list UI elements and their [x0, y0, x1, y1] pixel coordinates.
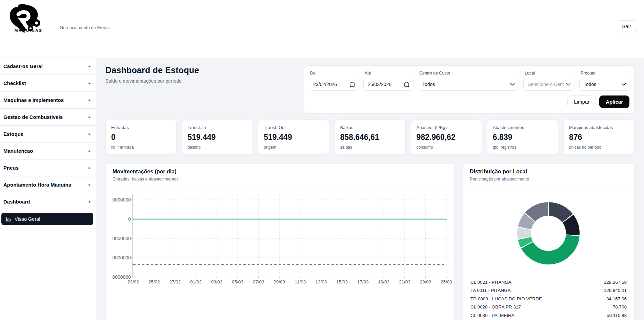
svg-text:23/03: 23/03 [420, 279, 431, 284]
sidebar-item-checklist[interactable]: Checklist ▸ [0, 75, 96, 92]
donut-segment [527, 236, 572, 258]
logout-button[interactable]: Sair [616, 20, 637, 32]
svg-text:17/03: 17/03 [357, 279, 369, 284]
donut-segment [568, 219, 573, 235]
bar-chart-icon [6, 216, 11, 221]
distribution-legend: CL 0021 - PITANGA 128.267,58 TA 0011 - P… [463, 277, 634, 320]
movements-chart-title: Movimentações (por dia) [113, 169, 447, 175]
date-from-value: 23/02/2026 [313, 82, 337, 87]
chevron-right-icon: ▸ [88, 149, 90, 153]
svg-text:27/02: 27/02 [169, 279, 181, 284]
chevron-right-icon: ▸ [88, 98, 90, 102]
svg-text:23/02: 23/02 [127, 279, 139, 284]
chevron-right-icon: ▸ [88, 115, 90, 119]
sidebar-item-visao-geral[interactable]: Visao Geral [1, 213, 93, 225]
legend-label: CL 0020 - OBRA PR 317 [470, 304, 521, 310]
stat-sublabel: destino [187, 145, 247, 150]
legend-item: TA 0011 - PITANGA 126.840,01 [470, 286, 627, 295]
date-to-input[interactable]: 25/03/2026 [363, 78, 414, 91]
distribution-chart-title: Distribuição por Local [470, 169, 627, 175]
svg-text:01/03: 01/03 [190, 279, 202, 284]
sidebar-item-pneus[interactable]: Pneus ▸ [0, 159, 96, 176]
chevron-down-icon [510, 83, 515, 86]
sidebar-item-maquinas-e-implementos[interactable]: Maquinas e Implementos ▸ [0, 92, 96, 109]
legend-item: CL 0030 - PALMEIRA 59.110,88 [470, 311, 627, 320]
date-from-input[interactable]: 23/02/2026 [309, 78, 359, 91]
product-value: Todos [584, 82, 596, 87]
cost-center-value: Todos [422, 82, 435, 87]
sidebar-item-label: Checklist [3, 80, 26, 86]
chevron-right-icon: ▸ [88, 183, 90, 187]
page-subtitle: Saldo e movimentações por período [105, 78, 199, 84]
chevron-right-icon: ▸ [88, 81, 90, 85]
sidebar-item-gestao-de-combustiveis[interactable]: Gestao de Combustiveis ▸ [0, 109, 96, 126]
stat-sublabel: qtd. registros [493, 145, 552, 150]
local-field: Local Selecione o Cent [523, 70, 575, 91]
stat-value: 876 [569, 133, 629, 142]
donut-segment [525, 218, 530, 228]
sidebar-item-label: Gestao de Combustiveis [3, 114, 63, 120]
stat-label: Entradas [111, 125, 171, 130]
sidebar-item-label: Maquinas e Implementos [3, 97, 64, 103]
legend-value: 59.110,88 [607, 313, 627, 318]
svg-text:-30000000: -30000000 [108, 274, 131, 280]
date-to-label: Até [365, 71, 414, 76]
cost-center-label: Centro de Custo [419, 71, 519, 76]
chevron-down-icon: ▾ [88, 199, 90, 204]
apply-button[interactable]: Aplicar [599, 95, 629, 108]
stat-sublabel: consumo [417, 145, 476, 150]
sidebar-item-manutencao[interactable]: Manutencao ▸ [0, 143, 96, 159]
page-header: Dashboard de Estoque Saldo e movimentaçõ… [105, 65, 199, 84]
local-placeholder: Selecione o Cent [528, 82, 564, 87]
stat-label: Máquinas abastecidas [569, 125, 629, 130]
movements-chart-card: Movimentações (por dia) Entradas, baixas… [105, 164, 455, 320]
stat-card: Transf. In 519.449 destino [182, 120, 253, 155]
cost-center-select[interactable]: Todos [418, 78, 519, 91]
legend-label: TD 0009 - LUCAS DO RIO VERDE [470, 296, 542, 301]
date-to-value: 25/03/2026 [368, 82, 391, 87]
svg-text:03/03: 03/03 [211, 279, 223, 284]
date-to-field: Até 25/03/2026 [363, 70, 414, 91]
svg-text:MAQUINAS: MAQUINAS [15, 28, 43, 33]
sidebar-item-cadastros-geral[interactable]: Cadastros Geral ▸ [0, 58, 96, 75]
sidebar-item-dashboard[interactable]: Dashboard ▾ [0, 193, 96, 210]
filter-panel: De 23/02/2026 Até [304, 65, 635, 113]
distribution-chart-card: Distribuição por Local Participação por … [463, 164, 635, 320]
sidebar-item-label: Visao Geral [15, 216, 40, 222]
calendar-icon[interactable] [404, 82, 409, 87]
donut-segment [530, 209, 548, 217]
svg-text:21/03: 21/03 [399, 279, 410, 284]
legend-value: 84.167,06 [606, 296, 627, 301]
local-select[interactable]: Selecione o Cent [523, 78, 575, 91]
legend-item: TD 0009 - LUCAS DO RIO VERDE 84.167,06 [470, 295, 627, 303]
stat-label: Transf. Out [264, 125, 323, 130]
sidebar-item-label: Cadastros Geral [3, 63, 43, 69]
calendar-icon[interactable] [350, 82, 355, 87]
stat-sublabel: origem [264, 145, 323, 150]
sidebar-item-estoque[interactable]: Estoque ▸ [0, 126, 96, 143]
stat-value: 0 [111, 133, 171, 142]
stat-value: 858.646,61 [340, 133, 400, 142]
product-select[interactable]: Todos [579, 78, 630, 91]
distribution-donut-chart [463, 186, 633, 276]
date-from-field: De 23/02/2026 [309, 70, 359, 91]
chevron-right-icon: ▸ [88, 132, 90, 136]
brand-tagline: Gerenciamento de Frotas [60, 25, 109, 30]
svg-text:15/03: 15/03 [336, 279, 348, 284]
local-label: Local [525, 71, 575, 76]
stat-card: Transf. Out 519.449 origem [258, 120, 329, 155]
sidebar-item-label: Dashboard [3, 199, 30, 205]
svg-text:25/03: 25/03 [441, 279, 452, 284]
stat-value: 519.449 [264, 133, 323, 142]
clear-button[interactable]: Limpar [567, 95, 596, 108]
legend-item: CL 0020 - OBRA PR 317 78.708 [470, 303, 627, 312]
movements-line-chart: 23/0225/0227/0201/0303/0305/0307/0309/03… [107, 189, 453, 294]
stat-label: Transf. In [187, 125, 247, 130]
product-label: Produto [581, 71, 630, 76]
sidebar-item-apontamento-hora-maquina[interactable]: Apontamento Hora Maquina ▸ [0, 176, 96, 193]
stat-card: Abastec. (L/Kg) 982.960,62 consumo [411, 120, 482, 155]
svg-text:10000000: 10000000 [110, 197, 131, 202]
stat-label: Abastec. (L/Kg) [417, 125, 476, 130]
sidebar-nav: Cadastros Geral ▸ Checklist ▸ Maquinas e… [0, 58, 96, 320]
movements-chart-subtitle: Entradas, baixas e abastecimentos [113, 177, 447, 182]
